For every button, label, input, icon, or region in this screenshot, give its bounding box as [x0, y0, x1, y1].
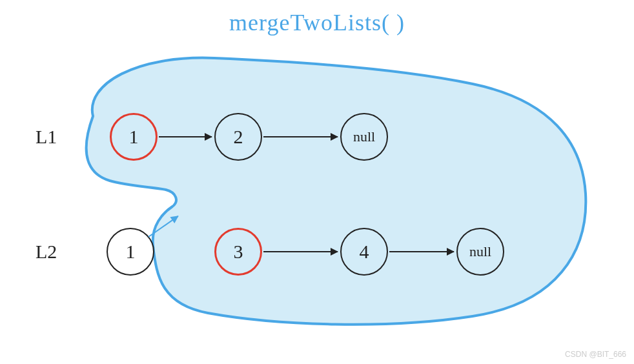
l2-arrow-2: [263, 251, 338, 252]
l2-pointer-into-blob: [148, 216, 178, 238]
l2-arrow-3: [389, 251, 454, 252]
recursion-blob: [59, 45, 595, 336]
watermark: CSDN @BIT_666: [565, 350, 626, 359]
l2-node-2: 3: [214, 228, 262, 276]
l1-arrow-2: [263, 136, 338, 137]
l1-node-2: 2: [214, 113, 262, 161]
l2-node-3: 4: [340, 228, 388, 276]
l2-label: L2: [36, 241, 57, 263]
l1-arrow-1: [159, 136, 212, 137]
l1-node-1: 1: [110, 113, 158, 161]
diagram-title: mergeTwoLists( ): [229, 9, 405, 36]
l2-node-1: 1: [107, 228, 154, 276]
l2-node-null: null: [456, 228, 504, 276]
l1-label: L1: [36, 126, 57, 148]
l1-node-null: null: [340, 113, 388, 161]
